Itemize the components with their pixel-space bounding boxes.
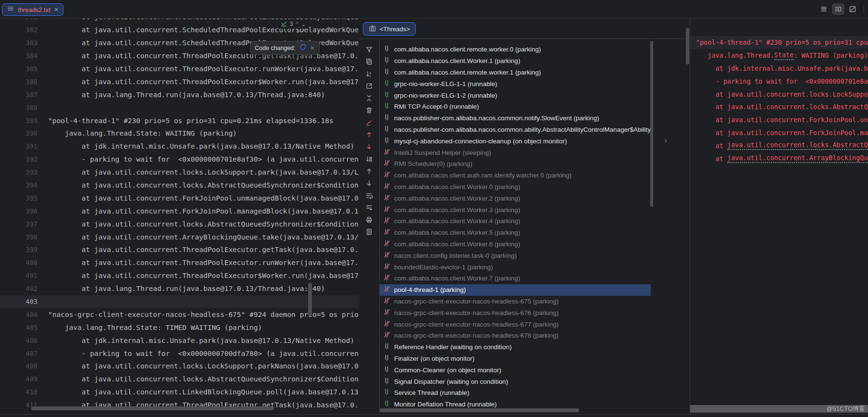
line-number[interactable]: 383 — [0, 39, 42, 47]
previous-problem-icon[interactable]: ⌃ — [295, 21, 299, 27]
move-down-button[interactable] — [365, 179, 373, 187]
thread-row[interactable]: com.alibaba.nacos.client.Worker.3 (parki… — [380, 204, 651, 215]
expand-panel-chevron-icon[interactable]: › — [661, 136, 670, 145]
thread-row[interactable]: nacos-grpc-client-executor-nacos-headles… — [380, 307, 651, 318]
line-number[interactable]: 387 — [0, 91, 42, 99]
thread-row[interactable]: nacos-grpc-client-executor-nacos-headles… — [380, 296, 651, 307]
line-number[interactable]: 386 — [0, 78, 42, 86]
line-number[interactable]: 405 — [0, 324, 42, 331]
thread-row[interactable]: nacos.publisher-com.alibaba.nacos.common… — [380, 124, 651, 136]
code-line: 387 at java.lang.Thread.run(java.base@17… — [0, 88, 359, 101]
stack-filter-button[interactable] — [365, 119, 373, 126]
preview-button[interactable] — [365, 228, 373, 236]
line-number[interactable]: 384 — [0, 52, 42, 60]
print-button[interactable] — [365, 216, 373, 224]
thread-row[interactable]: nacos-grpc-client-executor-nacos-headles… — [380, 330, 651, 341]
menu-lines-icon[interactable] — [818, 3, 830, 15]
thread-row[interactable]: com.alibaba.nacos.client.Worker.1 (parki… — [380, 55, 651, 67]
popup-close-icon[interactable]: ✕ — [310, 45, 315, 51]
thread-row[interactable]: nacos-grpc-client-executor-nacos-headles… — [380, 318, 651, 330]
thread-row[interactable]: com.alibaba.nacos.client.Worker.4 (parki… — [380, 215, 651, 227]
thread-row[interactable]: RMI Scheduler(0) (parking) — [380, 158, 651, 170]
thread-row[interactable]: Reference Handler (waiting on condition) — [380, 341, 651, 353]
line-number[interactable]: 394 — [0, 181, 42, 189]
thread-row[interactable]: Common-Cleaner (on object monitor) — [380, 364, 651, 376]
threads-tab[interactable]: <Threads> — [363, 22, 416, 36]
thread-row[interactable]: com.alibaba.nacos.client.Worker.7 (parki… — [380, 273, 651, 284]
line-number[interactable]: 392 — [0, 155, 42, 163]
delete-button[interactable] — [365, 106, 373, 114]
thread-row[interactable]: RMI TCP Accept-0 (runnable) — [380, 101, 651, 113]
line-number[interactable]: 408 — [0, 362, 42, 370]
line-number[interactable]: 389 — [0, 117, 42, 125]
line-number[interactable]: 393 — [0, 168, 42, 176]
thread-row[interactable]: com.alibaba.nacos.client.Worker.2 (parki… — [380, 192, 651, 204]
hide-preview-icon[interactable] — [846, 3, 859, 15]
sort-by-blocks-button[interactable] — [365, 155, 373, 163]
thread-list[interactable]: com.alibaba.nacos.client.remote.worker.0… — [380, 44, 651, 417]
thread-row[interactable]: grpc-nio-worker-ELG-1-1 (runnable) — [380, 78, 651, 89]
thread-row[interactable]: com.alibaba.nacos.client.remote.worker.1… — [380, 67, 651, 78]
thread-row[interactable]: IntelliJ Suspend Helper (sleeping) — [380, 147, 651, 158]
thread-row[interactable]: boundedElastic-evictor-1 (parking) — [380, 261, 651, 273]
thread-list-vertical-scrollbar[interactable] — [650, 41, 653, 207]
editor-vertical-scrollbar[interactable] — [308, 283, 312, 316]
line-number[interactable]: 382 — [0, 26, 42, 34]
line-number[interactable]: 410 — [0, 388, 42, 396]
thread-row[interactable]: com.alibaba.nacos.client.remote.worker.0… — [380, 44, 651, 55]
copy-stacktrace-button[interactable] — [365, 58, 373, 65]
thread-row[interactable]: grpc-nio-worker-ELG-1-2 (runnable) — [380, 89, 651, 101]
line-number[interactable]: 403 — [0, 298, 42, 305]
line-number[interactable]: 396 — [0, 207, 42, 215]
collapse-all-button[interactable] — [365, 94, 373, 102]
line-number[interactable]: 406 — [0, 337, 42, 344]
open-in-editor-button[interactable] — [365, 82, 373, 90]
next-problem-icon[interactable]: ⌄ — [301, 21, 306, 27]
editor-horizontal-scrollbar[interactable] — [31, 406, 274, 410]
rerun-analysis-icon[interactable] — [299, 43, 307, 52]
stack-trace-line: at java.util.concurrent.locks.AbstractQu… — [690, 139, 868, 152]
next-marked-button[interactable] — [365, 143, 373, 151]
thread-row[interactable]: com.alibaba.nacos.client.Worker.0 (parki… — [380, 181, 651, 193]
svg-text:z: z — [369, 74, 371, 77]
line-number[interactable]: 407 — [0, 350, 42, 357]
layout-settings-icon[interactable] — [832, 3, 844, 15]
thread-row[interactable]: Service Thread (runnable) — [380, 387, 651, 399]
line-number[interactable]: 402 — [0, 285, 42, 292]
thread-row[interactable]: pool-4-thread-1 (parking) — [380, 284, 651, 296]
line-number[interactable]: 388 — [0, 104, 42, 112]
thread-row[interactable]: Signal Dispatcher (waiting on condition) — [380, 376, 651, 387]
thread-row[interactable]: mysql-cj-abandoned-connection-cleanup (o… — [380, 135, 651, 147]
line-number[interactable]: 398 — [0, 233, 42, 241]
stack-trace-panel[interactable]: "pool-4-thread-1" #230 prio=5 os_prio=31… — [690, 18, 868, 417]
thread-row[interactable]: com.alibaba.nacos.client.Worker.5 (parki… — [380, 227, 651, 239]
tab-close-icon[interactable]: ✕ — [54, 7, 59, 13]
sort-alphabetically-button[interactable]: az — [365, 70, 373, 78]
scroll-to-end-button[interactable] — [365, 204, 373, 212]
filter-button[interactable] — [365, 46, 373, 53]
line-number[interactable]: 395 — [0, 194, 42, 202]
inspection-widget[interactable]: 3 ⌃ ⌄ — [278, 19, 308, 29]
line-number[interactable]: 397 — [0, 220, 42, 228]
editor-pane[interactable]: 381 at java.util.concurrent.ScheduledThr… — [0, 18, 359, 417]
line-number[interactable]: 391 — [0, 142, 42, 150]
stack-vertical-scrollbar[interactable] — [686, 28, 689, 64]
line-number[interactable]: 404 — [0, 311, 42, 318]
soft-wrap-button[interactable] — [365, 192, 373, 200]
move-up-button[interactable] — [365, 167, 373, 175]
previous-marked-button[interactable] — [365, 131, 373, 139]
line-number[interactable]: 400 — [0, 259, 42, 266]
line-number[interactable]: 390 — [0, 129, 42, 137]
thread-row[interactable]: nacos.publisher-com.alibaba.nacos.common… — [380, 113, 651, 124]
line-number[interactable]: 401 — [0, 272, 42, 279]
line-number[interactable]: 385 — [0, 65, 42, 73]
editor-tab-threads2[interactable]: threads2.txt ✕ — [2, 3, 63, 16]
thread-row[interactable]: com.alibaba.nacos.client.Worker.6 (parki… — [380, 239, 651, 250]
tab-menu-icon[interactable] — [7, 5, 14, 14]
line-number[interactable]: 409 — [0, 375, 42, 383]
thread-row[interactable]: Finalizer (on object monitor) — [380, 353, 651, 365]
thread-row[interactable]: com.alibaba.nacos.client.auth.ram.identi… — [380, 170, 651, 181]
line-number[interactable]: 399 — [0, 246, 42, 253]
thread-list-horizontal-scrollbar[interactable] — [380, 408, 579, 412]
thread-row[interactable]: nacos.client.config.listener.task-0 (par… — [380, 250, 651, 261]
